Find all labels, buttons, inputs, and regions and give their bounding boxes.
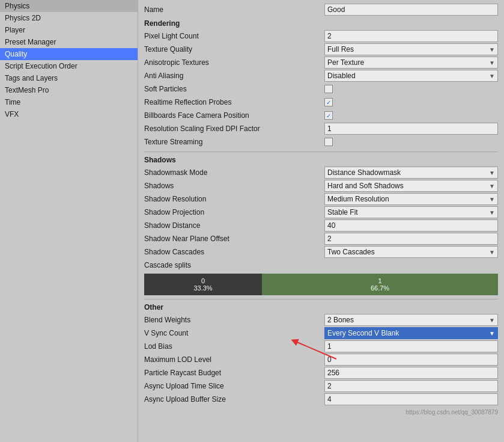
- anti-aliasing-label: Anti Aliasing: [144, 72, 324, 80]
- async-buffer-input[interactable]: [324, 393, 498, 405]
- shadowmask-mode-label: Shadowmask Mode: [144, 168, 324, 177]
- max-lod-level-row: Maximum LOD Level: [144, 354, 498, 366]
- shadow-resolution-label: Shadow Resolution: [144, 195, 324, 203]
- async-buffer-label: Async Upload Buffer Size: [144, 395, 324, 404]
- sidebar-item-vfx[interactable]: VFX: [0, 108, 138, 120]
- rendering-header: Rendering: [144, 19, 498, 28]
- pixel-light-count-input[interactable]: [324, 30, 498, 42]
- watermark: https://blog.csdn.net/qq_30087879: [406, 409, 498, 416]
- realtime-reflection-label: Realtime Reflection Probes: [144, 98, 324, 106]
- cascade-bar: 0 33.3% 1 66.7%: [144, 274, 498, 295]
- pixel-light-count-row: Pixel Light Count: [144, 30, 498, 42]
- shadow-distance-label: Shadow Distance: [144, 221, 324, 230]
- blend-weights-dropdown[interactable]: 2 Bones ▼: [324, 314, 498, 326]
- shadowmask-mode-row: Shadowmask Mode Distance Shadowmask ▼: [144, 167, 498, 179]
- anisotropic-textures-row: Anisotropic Textures Per Texture ▼: [144, 57, 498, 69]
- billboards-row: Billboards Face Camera Position ✓: [144, 109, 498, 121]
- shadow-projection-dropdown[interactable]: Stable Fit ▼: [324, 206, 498, 218]
- blend-weights-row: Blend Weights 2 Bones ▼: [144, 314, 498, 326]
- vsync-count-row: V Sync Count Every Second V Blank ▼: [144, 327, 498, 339]
- soft-particles-checkbox[interactable]: [324, 85, 333, 93]
- resolution-scaling-label: Resolution Scaling Fixed DPI Factor: [144, 124, 324, 133]
- async-time-label: Async Upload Time Slice: [144, 382, 324, 390]
- shadow-resolution-dropdown[interactable]: Medium Resolution ▼: [324, 193, 498, 205]
- vsync-count-label[interactable]: V Sync Count: [144, 329, 324, 337]
- resolution-scaling-row: Resolution Scaling Fixed DPI Factor: [144, 123, 498, 135]
- shadows-dropdown[interactable]: Hard and Soft Shadows ▼: [324, 180, 498, 192]
- main-content: Name Rendering Pixel Light Count Texture…: [138, 0, 504, 442]
- particle-raycast-input[interactable]: [324, 367, 498, 379]
- billboards-label: Billboards Face Camera Position: [144, 111, 324, 120]
- chevron-down-icon: ▼: [489, 330, 495, 337]
- chevron-down-icon: ▼: [489, 183, 495, 189]
- shadows-label: Shadows: [144, 182, 324, 190]
- shadow-cascades-dropdown[interactable]: Two Cascades ▼: [324, 246, 498, 258]
- sidebar-item-script-execution-order[interactable]: Script Execution Order: [0, 60, 138, 72]
- shadow-distance-input[interactable]: [324, 219, 498, 232]
- cascade-segment-0[interactable]: 0 33.3%: [144, 274, 262, 295]
- shadow-cascades-label: Shadow Cascades: [144, 248, 324, 256]
- sidebar-item-player[interactable]: Player: [0, 24, 138, 36]
- lod-bias-input[interactable]: [324, 340, 498, 352]
- name-row: Name: [144, 4, 498, 16]
- shadows-header: Shadows: [144, 156, 498, 164]
- chevron-down-icon: ▼: [489, 60, 495, 66]
- chevron-down-icon: ▼: [489, 170, 495, 176]
- sidebar-item-quality[interactable]: Quality: [0, 48, 138, 60]
- anisotropic-textures-label: Anisotropic Textures: [144, 58, 324, 67]
- sidebar-item-tags-and-layers[interactable]: Tags and Layers: [0, 72, 138, 84]
- texture-streaming-row: Texture Streaming: [144, 136, 498, 148]
- realtime-reflection-row: Realtime Reflection Probes ✓: [144, 96, 498, 108]
- texture-quality-label: Texture Quality: [144, 45, 324, 54]
- blend-weights-label: Blend Weights: [144, 316, 324, 324]
- cascade-splits-row: Cascade splits: [144, 259, 498, 271]
- shadow-resolution-row: Shadow Resolution Medium Resolution ▼: [144, 193, 498, 205]
- chevron-down-icon: ▼: [489, 196, 495, 203]
- chevron-down-icon: ▼: [489, 46, 495, 53]
- sidebar-item-preset-manager[interactable]: Preset Manager: [0, 36, 138, 48]
- texture-streaming-checkbox[interactable]: [324, 138, 333, 146]
- anisotropic-textures-dropdown[interactable]: Per Texture ▼: [324, 57, 498, 69]
- lod-bias-label: Lod Bias: [144, 342, 324, 351]
- anti-aliasing-dropdown[interactable]: Disabled ▼: [324, 70, 498, 82]
- anti-aliasing-row: Anti Aliasing Disabled ▼: [144, 70, 498, 82]
- sidebar-item-textmesh-pro[interactable]: TextMesh Pro: [0, 84, 138, 96]
- async-time-row: Async Upload Time Slice: [144, 380, 498, 392]
- shadow-near-plane-input[interactable]: [324, 233, 498, 245]
- shadow-near-plane-row: Shadow Near Plane Offset: [144, 233, 498, 245]
- chevron-down-icon: ▼: [489, 209, 495, 216]
- soft-particles-row: Soft Particles: [144, 83, 498, 95]
- sidebar-item-physics[interactable]: Physics: [0, 0, 138, 12]
- vsync-count-dropdown[interactable]: Every Second V Blank ▼: [324, 327, 498, 339]
- name-label: Name: [144, 5, 324, 14]
- shadowmask-mode-dropdown[interactable]: Distance Shadowmask ▼: [324, 167, 498, 179]
- shadows-row: Shadows Hard and Soft Shadows ▼: [144, 180, 498, 192]
- chevron-down-icon: ▼: [489, 73, 495, 79]
- shadow-projection-row: Shadow Projection Stable Fit ▼: [144, 206, 498, 218]
- cascade-segment-1[interactable]: 1 66.7%: [262, 274, 498, 295]
- texture-quality-dropdown[interactable]: Full Res ▼: [324, 43, 498, 55]
- max-lod-level-input[interactable]: [324, 354, 498, 366]
- async-time-input[interactable]: [324, 380, 498, 392]
- chevron-down-icon: ▼: [489, 249, 495, 256]
- resolution-scaling-input[interactable]: [324, 123, 498, 135]
- cascade-splits-label: Cascade splits: [144, 261, 324, 269]
- name-input[interactable]: [324, 4, 498, 16]
- chevron-down-icon: ▼: [489, 317, 495, 324]
- async-buffer-row: Async Upload Buffer Size: [144, 393, 498, 405]
- shadow-projection-label: Shadow Projection: [144, 208, 324, 216]
- shadow-near-plane-label: Shadow Near Plane Offset: [144, 235, 324, 243]
- vsync-count-wrapper: V Sync Count Every Second V Blank ▼: [144, 327, 498, 339]
- sidebar-item-time[interactable]: Time: [0, 96, 138, 108]
- lod-bias-row: Lod Bias: [144, 340, 498, 352]
- sidebar-item-physics2d[interactable]: Physics 2D: [0, 12, 138, 24]
- texture-quality-row: Texture Quality Full Res ▼: [144, 43, 498, 55]
- billboards-checkbox[interactable]: ✓: [324, 111, 333, 120]
- particle-raycast-row: Particle Raycast Budget: [144, 367, 498, 379]
- other-header: Other: [144, 303, 498, 312]
- particle-raycast-label: Particle Raycast Budget: [144, 369, 324, 377]
- max-lod-level-label: Maximum LOD Level: [144, 355, 324, 364]
- realtime-reflection-checkbox[interactable]: ✓: [324, 98, 333, 106]
- texture-streaming-label: Texture Streaming: [144, 138, 324, 146]
- soft-particles-label: Soft Particles: [144, 85, 324, 93]
